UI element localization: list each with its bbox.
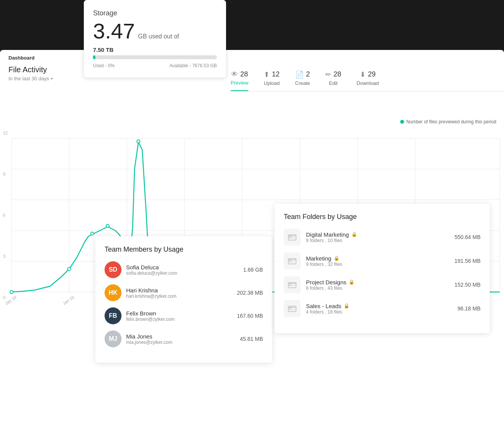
svg-rect-39 <box>289 309 295 310</box>
file-activity-title: File Activity <box>0 65 92 74</box>
member-name-hari: Hari Krishna <box>126 287 232 294</box>
member-usage-sofia: 1.68 GB <box>243 267 263 273</box>
member-row-hari: HK Hari Krishna hari.krishna@zylker.com … <box>105 284 263 301</box>
folder-name-digital-marketing: Digital Marketing 🔒 <box>306 231 449 238</box>
svg-rect-31 <box>288 259 296 264</box>
svg-point-16 <box>68 267 71 270</box>
team-folders-title: Team Folders by Usage <box>284 213 481 221</box>
member-info-felix: Felix Brown felix.brown@zylker.com <box>126 310 232 322</box>
folder-svg <box>288 304 297 313</box>
storage-amount: 3.47 GB used out of <box>93 20 217 42</box>
folder-svg <box>288 280 297 289</box>
member-email-hari: hari.krishna@zylker.com <box>126 294 232 299</box>
folder-name-project-designs: Project Designs 🔒 <box>306 279 449 285</box>
download-icon: ⬇ <box>360 70 366 79</box>
svg-rect-34 <box>288 282 296 288</box>
storage-info: Used - 0% Available - 7676.53 GB <box>93 63 217 68</box>
create-label: Create <box>295 80 310 86</box>
folder-svg <box>288 256 297 265</box>
tab-preview[interactable]: 👁 28 Preview <box>231 70 248 91</box>
folder-icon-marketing <box>284 252 301 269</box>
folder-meta-marketing: 9 folders , 32 files <box>306 262 449 267</box>
svg-rect-33 <box>289 262 295 262</box>
lock-icon: 🔒 <box>344 303 349 309</box>
team-members-title: Team Members by Usage <box>105 246 263 254</box>
team-folders-card: Team Folders by Usage Digital Marketing … <box>274 204 490 333</box>
avatar-hari: HK <box>105 284 121 301</box>
preview-label: Preview <box>231 80 248 86</box>
edit-icon: ✏ <box>325 70 331 79</box>
tab-create[interactable]: 📄 2 Create <box>295 70 310 91</box>
tab-upload[interactable]: ⬆ 12 Upload <box>264 70 279 91</box>
member-usage-felix: 167.60 MB <box>237 313 263 319</box>
svg-rect-30 <box>289 238 295 239</box>
upload-label: Upload <box>264 80 279 86</box>
upload-icon: ⬆ <box>264 70 269 79</box>
activity-tabs: 👁 28 Preview ⬆ 12 Upload 📄 2 Create ✏ 28… <box>231 70 504 91</box>
folder-info-digital-marketing: Digital Marketing 🔒 9 folders , 10 files <box>306 231 449 243</box>
svg-rect-35 <box>289 284 291 285</box>
lock-icon: 🔒 <box>351 232 357 237</box>
folder-info-project-designs: Project Designs 🔒 6 folders , 43 files <box>306 279 449 291</box>
chevron-down-icon: ▾ <box>51 76 53 81</box>
folder-row-digital-marketing: Digital Marketing 🔒 9 folders , 10 files… <box>284 229 481 246</box>
folder-icon-sales-leads <box>284 300 301 317</box>
svg-rect-37 <box>288 306 296 312</box>
svg-rect-36 <box>289 285 295 286</box>
lock-icon: 🔒 <box>334 256 339 261</box>
storage-number: 3.47 <box>93 20 135 42</box>
svg-text:Jan 18: Jan 18 <box>4 295 17 306</box>
file-activity-subtitle-text: In the last 30 days <box>8 76 49 81</box>
svg-point-17 <box>91 232 94 235</box>
avatar-sofia: SD <box>105 261 121 278</box>
member-email-sofia: sofia.deluca@zylker.com <box>126 270 239 276</box>
svg-point-18 <box>106 224 109 227</box>
member-usage-hari: 202.38 MB <box>237 290 263 296</box>
member-usage-mia: 45.81 MB <box>240 336 263 342</box>
folder-row-marketing: Marketing 🔒 9 folders , 32 files 191.56 … <box>284 252 481 269</box>
tab-edit[interactable]: ✏ 28 Edit <box>325 70 341 91</box>
svg-rect-38 <box>289 308 291 309</box>
storage-bar-background <box>93 55 217 59</box>
avatar-mia: MJ <box>105 330 121 347</box>
edit-count: 28 <box>333 70 341 78</box>
tab-download[interactable]: ⬇ 29 Download <box>357 70 379 91</box>
folder-size-marketing: 191.56 MB <box>454 258 481 264</box>
member-name-felix: Felix Brown <box>126 310 232 317</box>
sidebar-dashboard-label: Dashboard <box>8 55 35 61</box>
legend-dot <box>400 120 404 124</box>
folder-info-sales-leads: Sales - Leads 🔒 4 folders , 18 files <box>306 303 452 315</box>
preview-count: 28 <box>240 70 248 78</box>
member-info-mia: Mia Jones mia.jones@zylker.com <box>126 333 235 345</box>
member-info-hari: Hari Krishna hari.krishna@zylker.com <box>126 287 232 299</box>
svg-rect-32 <box>289 260 291 262</box>
avatar-felix: FB <box>105 307 121 324</box>
member-email-felix: felix.brown@zylker.com <box>126 317 232 322</box>
create-icon: 📄 <box>295 70 304 79</box>
svg-rect-28 <box>288 235 296 240</box>
folder-icon-project-designs <box>284 276 301 293</box>
file-activity-subtitle[interactable]: In the last 30 days ▾ <box>0 76 92 81</box>
member-row-mia: MJ Mia Jones mia.jones@zylker.com 45.81 … <box>105 330 263 347</box>
lock-icon: 🔒 <box>349 279 354 285</box>
folder-name-marketing: Marketing 🔒 <box>306 255 449 262</box>
folder-icon-digital-marketing <box>284 229 301 246</box>
storage-card: Storage 3.47 GB used out of 7.50 TB Used… <box>84 0 226 78</box>
file-activity-section: File Activity In the last 30 days ▾ <box>0 65 92 81</box>
team-members-card: Team Members by Usage SD Sofia Deluca so… <box>95 236 272 363</box>
folder-svg <box>288 232 297 242</box>
member-name-sofia: Sofia Deluca <box>126 264 239 270</box>
svg-text:Jan 19: Jan 19 <box>62 295 75 306</box>
create-count: 2 <box>306 70 310 78</box>
storage-available-label: Available - 7676.53 GB <box>170 63 217 68</box>
member-name-mia: Mia Jones <box>126 333 235 340</box>
storage-total: 7.50 TB <box>93 46 217 53</box>
folder-meta-project-designs: 6 folders , 43 files <box>306 285 449 291</box>
folder-name-sales-leads: Sales - Leads 🔒 <box>306 303 452 309</box>
download-count: 29 <box>368 70 376 78</box>
legend-text: Number of files previewed during this pe… <box>406 119 496 124</box>
storage-used-label: Used - 0% <box>93 63 115 68</box>
folder-meta-sales-leads: 4 folders , 18 files <box>306 309 452 315</box>
folder-info-marketing: Marketing 🔒 9 folders , 32 files <box>306 255 449 267</box>
folder-size-digital-marketing: 550.64 MB <box>454 234 481 240</box>
